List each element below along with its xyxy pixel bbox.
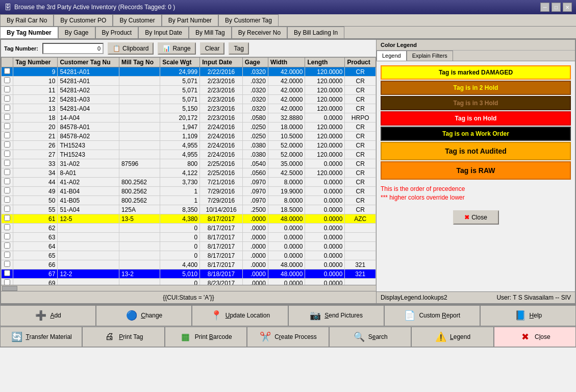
tab-bill-lading[interactable]: By Bill Lading In — [287, 27, 344, 38]
help-btn[interactable]: 📘 Help — [480, 305, 576, 326]
table-row[interactable]: 63 0 8/17/2017 .0000 0.0000 0.0000 — [2, 233, 376, 242]
col-header-customer-tag[interactable]: Customer Tag Nu — [58, 58, 119, 67]
scrollbar-thumb[interactable] — [2, 286, 17, 291]
close-btn[interactable]: ✖ Close — [494, 327, 576, 348]
tab-part-number[interactable]: By Part Number — [162, 14, 218, 26]
create-process-btn[interactable]: ✂️ Create Process — [247, 327, 329, 348]
row-check[interactable] — [2, 67, 13, 77]
table-row[interactable]: 21 84578-A02 1,109 2/24/2016 .0250 10.50… — [2, 132, 376, 141]
legend-btn[interactable]: ⚠️ Legend — [411, 327, 493, 348]
row-check[interactable] — [2, 196, 13, 205]
table-row[interactable]: 12 54281-A03 5,071 2/23/2016 .0320 42.00… — [2, 95, 376, 104]
row-check[interactable] — [2, 279, 13, 285]
row-check[interactable] — [2, 150, 13, 159]
col-header-mill[interactable]: Mill Tag No — [119, 58, 160, 67]
tab-gage[interactable]: By Gage — [58, 27, 95, 38]
table-row[interactable]: 9 54281-A01 24,999 2/22/2016 .0320 42.00… — [2, 67, 376, 77]
table-row[interactable]: 50 41-B05 800.2562 1 7/29/2016 .0970 8.0… — [2, 196, 376, 205]
clipboard-btn[interactable]: 📋 Clipboard — [108, 42, 154, 55]
table-row[interactable]: 20 84578-A01 1,947 2/24/2016 .0250 18.00… — [2, 122, 376, 132]
print-tag-btn[interactable]: 🖨 Print Tag — [82, 327, 164, 348]
clear-btn[interactable]: Clear — [200, 42, 225, 55]
table-row[interactable]: 65 0 8/17/2017 .0000 0.0000 0.0000 — [2, 251, 376, 260]
tab-tag-number[interactable]: By Tag Number — [0, 27, 58, 38]
row-check[interactable] — [2, 260, 13, 270]
col-header-length[interactable]: Length — [305, 58, 345, 67]
table-row[interactable]: 44 41-A02 800.2562 3,730 7/21/2016 .0970… — [2, 178, 376, 187]
update-location-btn[interactable]: 📍 Update Location — [192, 305, 288, 326]
row-check[interactable] — [2, 242, 13, 251]
table-row[interactable]: 26 TH15243 4,955 2/24/2016 .0380 52.0000… — [2, 141, 376, 150]
legend-tab-explain[interactable]: Explain Filters — [407, 51, 453, 61]
col-header-date[interactable]: Input Date — [200, 58, 243, 67]
tab-mill-tag[interactable]: By Mill Tag — [189, 27, 232, 38]
table-row[interactable]: 27 TH15243 4,955 2/24/2016 .0380 52.0000… — [2, 150, 376, 159]
change-btn[interactable]: 🔵 Change — [96, 305, 192, 326]
tag-btn[interactable]: Tag — [229, 42, 248, 55]
range-btn[interactable]: 📊 Range — [158, 42, 195, 55]
col-header-width[interactable]: Width — [268, 58, 305, 67]
col-header-scale[interactable]: Scale Wgt — [160, 58, 200, 67]
legend-close-btn[interactable]: ✖ Close — [453, 210, 499, 225]
search-btn[interactable]: 🔍 Search — [329, 327, 411, 348]
table-row[interactable]: 18 14-A04 20,172 2/23/2016 .0580 32.8880… — [2, 113, 376, 122]
row-check[interactable] — [2, 113, 13, 122]
table-row[interactable]: 13 54281-A04 5,150 2/23/2016 .0320 42.00… — [2, 104, 376, 113]
window-controls[interactable]: ─ □ ✕ — [540, 3, 572, 12]
row-check[interactable] — [2, 77, 13, 86]
table-row[interactable]: 62 0 8/17/2017 .0000 0.0000 0.0000 — [2, 224, 376, 233]
tab-customer-po[interactable]: By Customer PO — [54, 14, 113, 26]
table-row[interactable]: 61 12-5 13-5 4,380 8/17/2017 .0000 48.00… — [2, 214, 376, 224]
send-pictures-btn[interactable]: 📷 Send Pictures — [288, 305, 384, 326]
table-row[interactable]: 64 0 8/17/2017 .0000 0.0000 0.0000 — [2, 242, 376, 251]
row-check[interactable] — [2, 95, 13, 104]
table-row[interactable]: 67 12-2 13-2 5,010 8/18/2017 .0000 48.00… — [2, 270, 376, 279]
table-row[interactable]: 33 31-A02 87596 800 2/25/2016 .0540 35.0… — [2, 159, 376, 168]
row-check[interactable] — [2, 168, 13, 178]
row-check[interactable] — [2, 233, 13, 242]
row-check[interactable] — [2, 86, 13, 95]
table-row[interactable]: 11 54281-A02 5,071 2/23/2016 .0320 42.00… — [2, 86, 376, 95]
legend-tab-legend[interactable]: Legend — [377, 51, 407, 61]
row-customer-tag — [58, 260, 119, 270]
tab-customer[interactable]: By Customer — [113, 14, 161, 26]
col-header-tag[interactable]: Tag Number — [13, 58, 58, 67]
tag-number-input[interactable] — [42, 43, 104, 54]
row-gage: .0970 — [242, 178, 268, 187]
horizontal-scrollbar[interactable] — [1, 285, 376, 291]
tab-customer-tag[interactable]: By Customer Tag — [218, 14, 279, 26]
row-check[interactable] — [2, 132, 13, 141]
col-header-product[interactable]: Product — [345, 58, 376, 67]
data-table-wrapper[interactable]: Tag Number Customer Tag Nu Mill Tag No S… — [1, 57, 376, 285]
table-row[interactable]: 10 54281-A01 5,071 2/23/2016 .0320 42.00… — [2, 77, 376, 86]
row-check[interactable] — [2, 104, 13, 113]
col-header-gage[interactable]: Gage — [242, 58, 268, 67]
minimize-btn[interactable]: ─ — [540, 3, 549, 12]
row-check[interactable] — [2, 122, 13, 132]
tab-rail-car-no[interactable]: By Rail Car No — [0, 14, 54, 26]
tab-product[interactable]: By Product — [95, 27, 139, 38]
table-row[interactable]: 55 51-A04 125A 8,350 10/14/2016 .2500 18… — [2, 205, 376, 214]
row-check[interactable] — [2, 224, 13, 233]
row-check[interactable] — [2, 270, 13, 279]
table-row[interactable]: 34 8-A01 4,122 2/25/2016 .0560 42.5000 1… — [2, 168, 376, 178]
maximize-btn[interactable]: □ — [552, 3, 561, 12]
table-row[interactable]: 66 4,400 8/17/2017 .0000 48.0000 0.0000 … — [2, 260, 376, 270]
row-check[interactable] — [2, 205, 13, 214]
row-check[interactable] — [2, 251, 13, 260]
row-check[interactable] — [2, 141, 13, 150]
row-check[interactable] — [2, 187, 13, 196]
add-btn[interactable]: ➕ Add — [0, 305, 96, 326]
tab-input-date[interactable]: By Input Date — [138, 27, 189, 38]
row-check[interactable] — [2, 159, 13, 168]
custom-report-btn[interactable]: 📄 Custom Report — [384, 305, 480, 326]
table-row[interactable]: 49 41-B04 800.2562 1 7/29/2016 .0970 19.… — [2, 187, 376, 196]
table-row[interactable]: 69 0 8/23/2017 .0000 0.0000 0.0000 — [2, 279, 376, 285]
transfer-material-btn[interactable]: 🔄 Transfer Material — [0, 327, 82, 348]
close-window-btn[interactable]: ✕ — [563, 3, 572, 12]
row-width: 42.0000 — [268, 86, 305, 95]
tab-receiver-no[interactable]: By Receiver No — [232, 27, 287, 38]
print-barcode-btn[interactable]: ▦ Print Barcode — [165, 327, 247, 348]
row-check[interactable] — [2, 214, 13, 224]
row-check[interactable] — [2, 178, 13, 187]
